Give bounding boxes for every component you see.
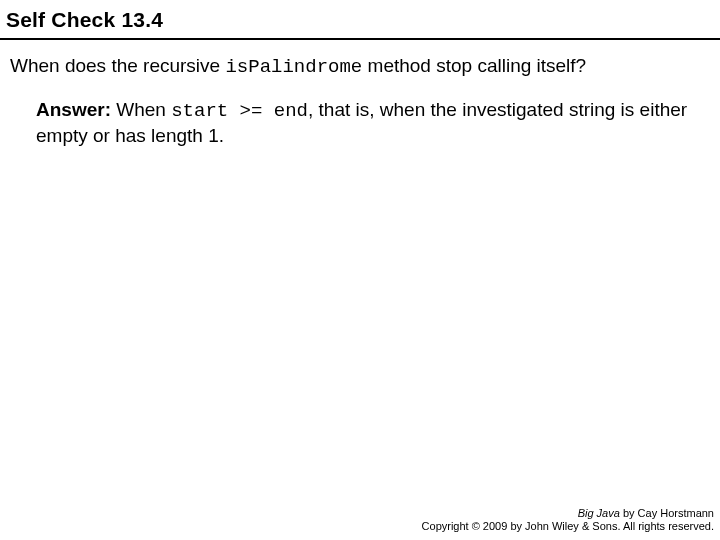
- answer-part1: When: [111, 99, 171, 120]
- footer-author: by Cay Horstmann: [620, 507, 714, 519]
- answer-label: Answer:: [36, 99, 111, 120]
- title-rule: [0, 38, 720, 40]
- answer-code: start >= end: [171, 100, 308, 122]
- question-part1: When does the recursive: [10, 55, 225, 76]
- answer-block: Answer: When start >= end, that is, when…: [10, 98, 708, 148]
- footer: Big Java by Cay Horstmann Copyright © 20…: [422, 507, 714, 535]
- slide: Self Check 13.4 When does the recursive …: [0, 0, 720, 540]
- footer-copyright: Copyright © 2009 by John Wiley & Sons. A…: [422, 520, 714, 534]
- footer-book: Big Java: [578, 507, 620, 519]
- question-code: isPalindrome: [225, 56, 362, 78]
- question-text: When does the recursive isPalindrome met…: [10, 54, 708, 80]
- question-part2: method stop calling itself?: [362, 55, 586, 76]
- footer-line1: Big Java by Cay Horstmann: [422, 507, 714, 521]
- slide-title: Self Check 13.4: [0, 0, 720, 38]
- slide-body: When does the recursive isPalindrome met…: [0, 46, 720, 147]
